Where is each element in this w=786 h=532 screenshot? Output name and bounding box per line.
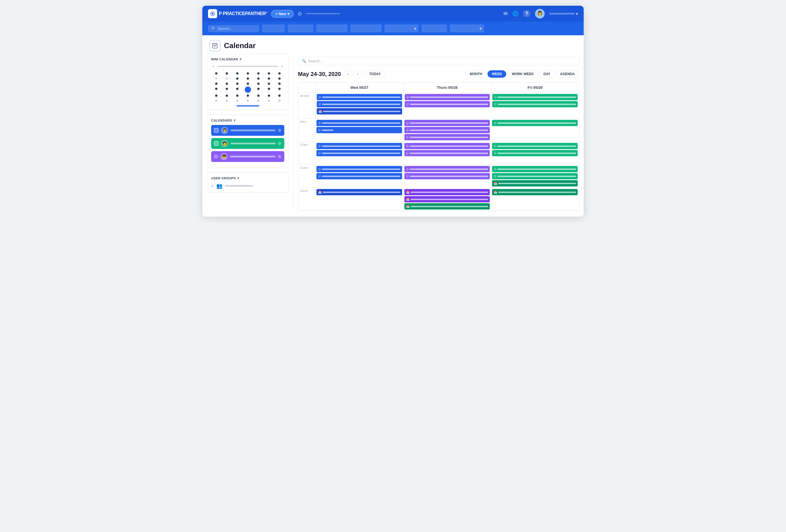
mini-cal-day[interactable] — [215, 72, 217, 75]
mini-cal-day[interactable] — [236, 100, 238, 102]
mini-cal-day[interactable] — [257, 83, 259, 85]
mini-cal-day[interactable] — [247, 100, 249, 102]
slot-fri-12pm[interactable]: 📅 — [491, 188, 579, 211]
mini-cal-day[interactable] — [226, 100, 228, 102]
event[interactable]: ☑ — [317, 143, 402, 149]
mini-cal-day[interactable] — [257, 72, 259, 75]
nav-item-5[interactable] — [421, 24, 447, 32]
event[interactable]: ☑ — [404, 134, 490, 140]
calendar-settings-green[interactable]: ⚙ — [278, 141, 281, 146]
slot-wed-12pm[interactable]: 📅 — [315, 188, 403, 211]
nav-item-1[interactable] — [262, 24, 285, 32]
calendar-settings-purple[interactable]: ⚙ — [278, 154, 281, 159]
help-icon[interactable]: ? — [523, 10, 530, 17]
event[interactable]: 📅 — [404, 189, 490, 195]
username[interactable]: ▾ — [549, 12, 578, 16]
mini-cal-day[interactable] — [257, 77, 259, 80]
slot-wed-10am[interactable]: ☑ ☑ — [315, 142, 403, 164]
event[interactable]: ☑ — [492, 101, 578, 107]
event[interactable]: ☑ — [492, 120, 578, 126]
event[interactable]: ☑ — [404, 143, 490, 149]
event[interactable]: ☑ — [317, 127, 402, 133]
event[interactable]: 📅 — [317, 108, 402, 114]
mini-cal-day[interactable] — [215, 94, 217, 97]
mini-cal-day[interactable] — [226, 94, 228, 97]
mini-cal-day[interactable] — [257, 88, 259, 90]
event[interactable]: ☑ — [404, 166, 490, 172]
mini-cal-selected-day[interactable] — [243, 87, 253, 93]
mini-cal-day[interactable] — [268, 83, 270, 85]
calendar-checkbox-purple[interactable] — [214, 155, 218, 159]
slot-thu-11am[interactable]: ☑ ☑ — [403, 165, 491, 188]
event[interactable]: ☑ — [317, 150, 402, 156]
mini-cal-day[interactable] — [278, 77, 281, 80]
view-day-btn[interactable]: DAY — [539, 70, 555, 78]
mini-cal-day[interactable] — [268, 88, 270, 90]
mini-cal-day[interactable] — [226, 77, 228, 80]
slot-fri-10am[interactable]: ☑ ☑ — [491, 142, 579, 164]
calendar-next-btn[interactable]: › — [353, 70, 362, 78]
event[interactable]: ☑ — [492, 173, 578, 179]
mini-cal-day[interactable] — [278, 83, 281, 85]
calendar-search[interactable]: 🔍 Search... — [298, 57, 579, 65]
mini-cal-prev-btn[interactable]: ‹ — [211, 64, 216, 69]
search-box[interactable]: 🔍 Search... — [208, 25, 259, 32]
mini-cal-day[interactable] — [278, 100, 281, 102]
mini-cal-day[interactable] — [215, 77, 217, 80]
event[interactable]: 📅 — [317, 189, 402, 195]
event[interactable]: ☑ — [404, 127, 490, 133]
event[interactable]: ☑ — [404, 120, 490, 126]
mini-cal-day[interactable] — [268, 77, 270, 80]
new-button[interactable]: + New ▾ — [271, 10, 294, 18]
calendar-settings-blue[interactable]: ⚙ — [278, 128, 281, 133]
mini-cal-day[interactable] — [236, 72, 238, 75]
nav-item-2[interactable] — [288, 24, 313, 32]
mini-cal-day[interactable] — [236, 88, 238, 90]
mini-calendar-title[interactable]: MINI CALENDAR ∨ — [211, 57, 241, 61]
globe-icon[interactable]: 🌐 — [512, 10, 518, 17]
slot-thu-10am[interactable]: ☑ ☑ — [403, 142, 491, 164]
mini-cal-day[interactable] — [278, 94, 281, 97]
mini-cal-day[interactable] — [268, 94, 270, 97]
mini-cal-day[interactable] — [236, 94, 238, 97]
calendar-prev-btn[interactable]: ‹ — [344, 70, 352, 78]
history-icon[interactable]: ⊙ — [298, 10, 302, 17]
avatar[interactable]: 👩‍⚕️ — [535, 9, 545, 19]
slot-fri-11am[interactable]: ☑ ☑ 📅 — [491, 165, 579, 188]
calendar-checkbox-green[interactable] — [214, 141, 218, 146]
event[interactable]: ☑ — [317, 166, 402, 172]
event[interactable]: ☑ — [404, 101, 490, 107]
mail-icon[interactable]: ✉ — [503, 10, 508, 17]
mini-cal-day[interactable] — [226, 88, 228, 90]
event[interactable]: 📅 — [492, 180, 578, 186]
slot-thu-12pm[interactable]: 📅 📅 📅 — [403, 188, 491, 211]
mini-cal-day[interactable] — [247, 83, 249, 85]
mini-cal-day[interactable] — [268, 100, 270, 102]
mini-cal-day[interactable] — [215, 88, 217, 90]
event[interactable]: ☑ — [492, 94, 578, 100]
mini-cal-day[interactable] — [268, 72, 270, 75]
event[interactable]: ☑ — [317, 173, 402, 179]
slot-wed-9am[interactable]: ☑ ☑ — [315, 119, 403, 141]
user-groups-title[interactable]: USER GROUPS ∨ — [211, 176, 239, 180]
event[interactable]: ☑ — [317, 120, 402, 126]
event[interactable]: 📅 — [404, 203, 490, 209]
event[interactable]: ☑ — [317, 94, 402, 100]
slot-thu-9am[interactable]: ☑ ☑ ☑ — [403, 119, 491, 141]
view-workweek-btn[interactable]: WORK WEEK — [507, 70, 538, 78]
mini-cal-day[interactable] — [226, 83, 228, 85]
event[interactable]: ☑ — [492, 166, 578, 172]
mini-cal-day[interactable] — [226, 72, 228, 75]
mini-cal-day[interactable] — [257, 94, 259, 97]
nav-item-4[interactable] — [350, 24, 382, 32]
event[interactable]: ☑ — [404, 173, 490, 179]
nav-item-3[interactable] — [316, 24, 347, 32]
calendars-title[interactable]: CALENDARS ∨ — [211, 118, 236, 122]
mini-cal-day[interactable] — [215, 100, 217, 102]
mini-cal-day[interactable] — [247, 94, 249, 97]
mini-cal-next-btn[interactable]: › — [280, 64, 284, 69]
mini-cal-day[interactable] — [236, 83, 238, 85]
mini-cal-day[interactable] — [278, 72, 281, 75]
view-week-btn[interactable]: WEEK — [487, 70, 506, 78]
group-checkbox[interactable]: ✓ — [211, 184, 214, 188]
